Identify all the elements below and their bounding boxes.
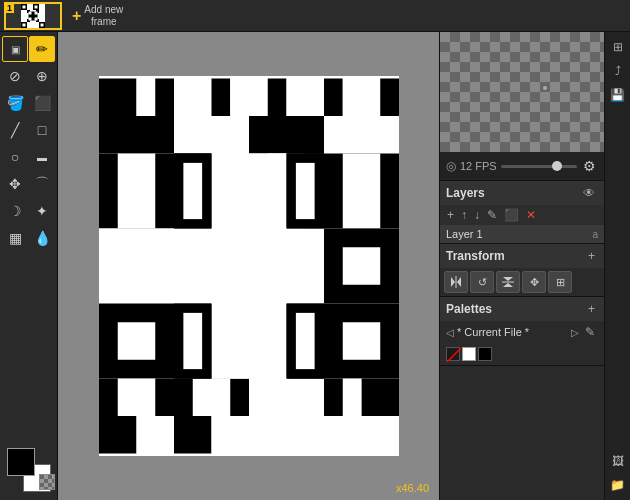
flip-horizontal-button[interactable] (444, 271, 468, 293)
palette-row: ◁ * Current File * ▷ ✎ (440, 321, 604, 343)
fps-slider-thumb[interactable] (552, 161, 562, 171)
svg-rect-26 (30, 10, 36, 12)
layer-up-button[interactable]: ↑ (458, 207, 470, 223)
svg-rect-104 (295, 163, 314, 219)
transparent-indicator (447, 348, 461, 362)
transform-toolbar: ↺ ✥ ⊞ (440, 268, 604, 296)
layer-edit-button[interactable]: ✎ (484, 207, 500, 223)
paint-bucket-tool[interactable]: 🪣 (2, 90, 28, 116)
edit-palette-button[interactable]: ✎ (582, 324, 598, 340)
frame-thumb[interactable]: 1 (4, 2, 62, 30)
layer-row[interactable]: Layer 1 a (440, 225, 604, 243)
svg-rect-23 (33, 22, 39, 28)
pixel-art-canvas[interactable] (99, 76, 399, 456)
tool-row-6: ✥ ⌒ (2, 171, 55, 197)
svg-marker-110 (503, 277, 513, 281)
layers-panel: Layers 👁 + ↑ ↓ ✎ ⬛ ✕ Layer 1 a (440, 181, 604, 244)
settings-button[interactable]: ⚙ (581, 156, 598, 176)
layers-toolbar: + ↑ ↓ ✎ ⬛ ✕ (440, 205, 604, 225)
folder-right-icon[interactable]: 📁 (607, 474, 629, 496)
svg-rect-71 (342, 322, 380, 360)
palettes-panel-header: Palettes + (440, 297, 604, 321)
fps-slider[interactable] (501, 165, 577, 168)
add-frame-button[interactable]: + Add newframe (66, 2, 129, 30)
move-tool[interactable]: ✥ (2, 171, 28, 197)
eyedropper-tool[interactable]: 💧 (29, 225, 55, 251)
add-transform-button[interactable]: + (585, 248, 598, 264)
tool-row-5: ○ ▬ (2, 144, 55, 170)
layers-panel-title: Layers (446, 186, 485, 200)
svg-rect-55 (117, 191, 155, 229)
svg-rect-40 (324, 79, 343, 117)
svg-marker-109 (457, 277, 461, 287)
layers-right-icon[interactable]: ⊞ (607, 36, 629, 58)
transform-panel-title: Transform (446, 249, 505, 263)
canvas-wrapper[interactable] (99, 76, 399, 456)
dither-tool[interactable]: ▦ (2, 225, 28, 251)
lasso-tool[interactable]: ⌒ (29, 171, 55, 197)
palettes-panel: Palettes + ◁ * Current File * ▷ ✎ (440, 297, 604, 366)
layers-eye-icon[interactable]: 👁 (580, 185, 598, 201)
transparent-color-swatch[interactable] (39, 474, 55, 490)
canvas-area[interactable]: x46.40 (58, 32, 439, 500)
rect-tool[interactable]: □ (29, 117, 55, 143)
move-transform-button[interactable]: ✥ (522, 271, 546, 293)
svg-rect-31 (99, 79, 137, 117)
svg-rect-10 (29, 11, 32, 14)
add-layer-button[interactable]: + (444, 207, 457, 223)
svg-rect-36 (211, 79, 230, 117)
arc-tool[interactable]: ☽ (2, 198, 28, 224)
svg-rect-39 (286, 79, 324, 117)
pencil-outline-tool[interactable]: ▣ (2, 36, 28, 62)
brush-tool[interactable]: ⊘ (2, 63, 28, 89)
palette-chevron-left: ◁ (446, 327, 454, 338)
layer-delete-button[interactable]: ✕ (523, 207, 539, 223)
svg-rect-18 (35, 17, 38, 20)
svg-rect-76 (249, 379, 324, 417)
svg-rect-48 (117, 154, 155, 192)
svg-rect-29 (38, 13, 40, 19)
palette-color-2[interactable] (462, 347, 476, 361)
palette-colors (440, 343, 604, 365)
save-right-icon[interactable]: 💾 (607, 84, 629, 106)
svg-rect-28 (27, 13, 29, 19)
tool-row-4: ╱ □ (2, 117, 55, 143)
tool-row-8: ▦ 💧 (2, 225, 55, 251)
export-right-icon[interactable]: ⤴ (607, 60, 629, 82)
marquee-tool[interactable]: ⊕ (29, 63, 55, 89)
svg-rect-34 (155, 79, 174, 117)
rotate-ccw-button[interactable]: ↺ (470, 271, 494, 293)
svg-rect-5 (35, 5, 38, 8)
svg-rect-46 (324, 116, 399, 154)
svg-marker-107 (451, 277, 455, 287)
left-toolbar: ▣ ✏ ⊘ ⊕ 🪣 ⬛ ╱ □ ○ ▬ ✥ ⌒ ☽ ✦ ▦ 💧 (0, 32, 58, 500)
flip-vertical-button[interactable] (496, 271, 520, 293)
pencil-tool[interactable]: ✏ (29, 36, 55, 62)
foreground-color-swatch[interactable] (7, 448, 35, 476)
svg-rect-37 (230, 79, 268, 117)
extra-transform-button[interactable]: ⊞ (548, 271, 572, 293)
line-tool[interactable]: ╱ (2, 117, 28, 143)
layer-alpha: a (592, 229, 598, 240)
color-swatches (7, 448, 51, 492)
svg-rect-83 (211, 416, 249, 454)
ellipse-tool[interactable]: ○ (2, 144, 28, 170)
add-palette-button[interactable]: + (585, 301, 598, 317)
import-right-icon[interactable]: 🖼 (607, 450, 629, 472)
svg-rect-43 (99, 116, 174, 154)
palette-color-1[interactable] (446, 347, 460, 361)
main-layout: ▣ ✏ ⊘ ⊕ 🪣 ⬛ ╱ □ ○ ▬ ✥ ⌒ ☽ ✦ ▦ 💧 (0, 32, 630, 500)
star-tool[interactable]: ✦ (29, 198, 55, 224)
layer-merge-button[interactable]: ⬛ (501, 207, 522, 223)
palettes-panel-title: Palettes (446, 302, 492, 316)
layer-down-button[interactable]: ↓ (471, 207, 483, 223)
svg-rect-2 (23, 5, 26, 8)
fill-rect-tool[interactable]: ▬ (29, 144, 55, 170)
svg-rect-67 (117, 322, 155, 360)
svg-marker-112 (503, 283, 513, 287)
transform-panel: Transform + ↺ ✥ ⊞ (440, 244, 604, 297)
flip-v-icon (501, 275, 515, 289)
eraser-tool[interactable]: ⬛ (29, 90, 55, 116)
svg-rect-19 (39, 16, 45, 22)
palette-color-3[interactable] (478, 347, 492, 361)
